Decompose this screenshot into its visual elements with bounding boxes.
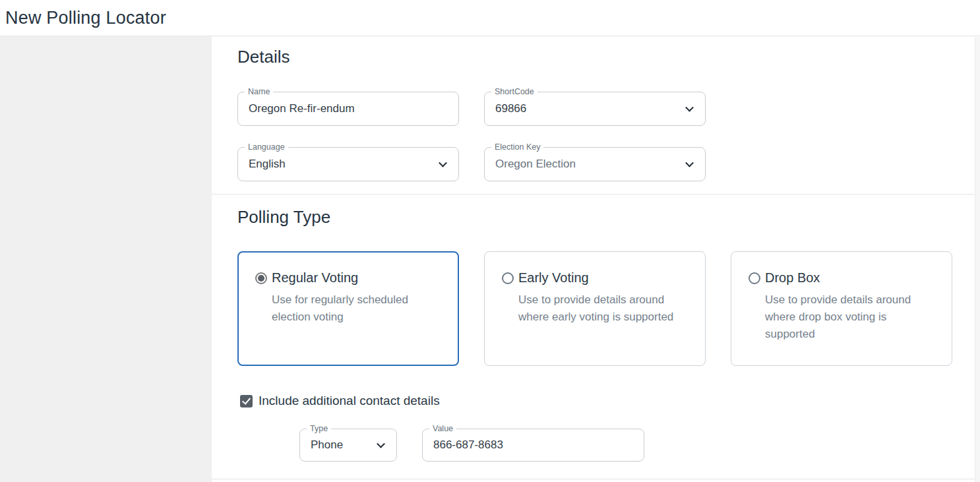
contact-value-value: 866-687-8683 bbox=[433, 438, 503, 452]
contact-type-select[interactable]: Type Phone bbox=[299, 429, 397, 462]
contact-value-field[interactable]: Value 866-687-8683 bbox=[422, 429, 644, 462]
election-key-select[interactable]: Election Key Oregon Election bbox=[484, 147, 706, 181]
chevron-down-icon bbox=[377, 440, 385, 448]
main-layout: Details Name Oregon Re-fir-endum ShortCo… bbox=[0, 36, 980, 482]
contact-value-label: Value bbox=[429, 424, 456, 434]
language-select-label: Language bbox=[245, 142, 288, 152]
details-heading: Details bbox=[237, 47, 952, 67]
radio-regular-voting[interactable] bbox=[255, 272, 267, 284]
chevron-down-icon bbox=[685, 159, 694, 167]
polling-type-cards: Regular Voting Use for regularly schedul… bbox=[237, 251, 952, 366]
radio-drop-box[interactable] bbox=[749, 272, 760, 284]
section-divider bbox=[212, 479, 980, 479]
language-select-value: English bbox=[249, 158, 304, 171]
election-key-select-value: Oregon Election bbox=[495, 158, 594, 171]
polling-option-regular-voting[interactable]: Regular Voting Use for regularly schedul… bbox=[237, 251, 459, 366]
polling-option-early-voting[interactable]: Early Voting Use to provide details arou… bbox=[484, 251, 706, 366]
contact-fields: Type Phone Value 866-687-8683 bbox=[237, 429, 952, 462]
sidebar bbox=[0, 36, 212, 482]
polling-option-label: Drop Box bbox=[765, 270, 820, 286]
main-content: Details Name Oregon Re-fir-endum ShortCo… bbox=[212, 36, 980, 482]
election-key-select-label: Election Key bbox=[491, 142, 543, 152]
chevron-down-icon bbox=[439, 159, 447, 167]
chevron-down-icon bbox=[685, 104, 694, 112]
shortcode-select-label: ShortCode bbox=[491, 87, 537, 97]
name-field-value: Oregon Re-fir-endum bbox=[249, 102, 355, 115]
polling-option-description: Use for regularly scheduled election vot… bbox=[272, 291, 445, 326]
polling-type-section: Polling Type Regular Voting Use for regu… bbox=[212, 194, 980, 479]
polling-type-heading: Polling Type bbox=[237, 207, 952, 227]
name-field-label: Name bbox=[245, 87, 273, 97]
polling-option-label: Regular Voting bbox=[272, 270, 358, 286]
details-section: Details Name Oregon Re-fir-endum ShortCo… bbox=[212, 36, 980, 194]
contact-type-value: Phone bbox=[311, 438, 361, 452]
polling-option-label: Early Voting bbox=[518, 270, 589, 286]
shortcode-select-value: 69866 bbox=[495, 102, 545, 115]
shortcode-select[interactable]: ShortCode 69866 bbox=[484, 92, 706, 126]
polling-option-description: Use to provide details around where earl… bbox=[518, 291, 692, 326]
polling-option-drop-box[interactable]: Drop Box Use to provide details around w… bbox=[731, 251, 952, 366]
vertical-scrollbar[interactable] bbox=[975, 37, 980, 482]
radio-early-voting[interactable] bbox=[502, 272, 514, 284]
page-header: New Polling Locator bbox=[0, 0, 980, 36]
contact-type-label: Type bbox=[307, 424, 331, 434]
polling-option-description: Use to provide details around where drop… bbox=[765, 291, 938, 343]
language-select[interactable]: Language English bbox=[237, 147, 459, 181]
include-contact-details-toggle[interactable]: Include additional contact details bbox=[237, 394, 952, 408]
checkbox-checked-icon[interactable] bbox=[240, 395, 253, 407]
details-field-grid: Name Oregon Re-fir-endum ShortCode 69866… bbox=[237, 92, 952, 181]
include-contact-details-label: Include additional contact details bbox=[259, 394, 440, 408]
name-field[interactable]: Name Oregon Re-fir-endum bbox=[237, 92, 459, 126]
page-title: New Polling Locator bbox=[5, 8, 166, 28]
